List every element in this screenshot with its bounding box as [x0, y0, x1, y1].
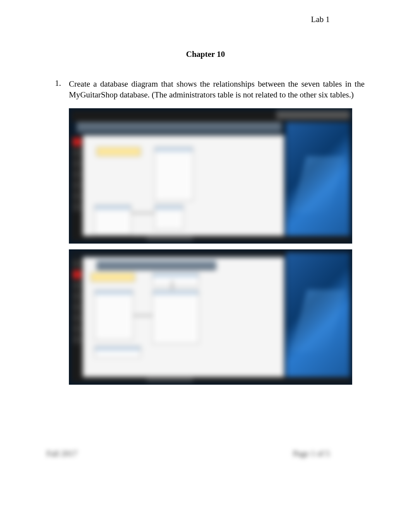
relationship-line [131, 213, 154, 213]
header-label: Lab 1 [311, 15, 330, 24]
diagram-canvas [83, 135, 284, 236]
sidebar-icon [73, 281, 81, 290]
screenshot-1 [69, 108, 352, 244]
sidebar-icon [73, 148, 81, 157]
table-box [154, 147, 193, 201]
sidebar-icon [73, 259, 81, 268]
chapter-title: Chapter 10 [46, 49, 365, 59]
footer-left: Fall 2017 [46, 449, 77, 459]
footer-right: Page 1 of 5 [293, 449, 330, 459]
desktop-background [286, 122, 350, 236]
sidebar-icon [73, 181, 81, 189]
sidebar-icon [73, 159, 81, 168]
table-box-highlighted [96, 147, 141, 156]
table-box [94, 205, 131, 236]
sidebar-icon [73, 270, 81, 279]
taskbar-items [146, 378, 193, 382]
windows-taskbar [71, 236, 350, 241]
sidebar-icon [73, 314, 81, 322]
screenshot-2 [69, 249, 352, 385]
table-box [94, 346, 141, 358]
sidebar-icon [73, 192, 81, 200]
diagram-canvas [83, 257, 284, 377]
desktop-background [286, 252, 350, 377]
question-text: Create a database diagram that shows the… [69, 78, 365, 101]
sidebar-icon [73, 170, 81, 179]
left-sidebar [71, 135, 83, 236]
question-block: 1. Create a database diagram that shows … [55, 78, 365, 101]
table-box [154, 205, 183, 230]
sidebar-icon [73, 203, 81, 211]
sidebar-icon [73, 335, 81, 344]
table-box-highlighted [91, 273, 135, 282]
table-box [152, 290, 199, 344]
relationship-line [172, 280, 173, 290]
relationship-line [133, 315, 152, 316]
sidebar-icon [73, 138, 81, 146]
sidebar-icon [73, 292, 81, 300]
table-box [94, 290, 133, 340]
taskbar-items [146, 237, 193, 240]
screenshots-container [69, 108, 365, 385]
sidebar-icon [73, 303, 81, 311]
table-box [152, 273, 199, 286]
window-controls [276, 111, 350, 119]
sidebar-icon [73, 324, 81, 333]
menu-toolbar [77, 122, 282, 133]
question-number: 1. [55, 78, 69, 101]
windows-taskbar [71, 377, 350, 382]
toolbar [96, 260, 216, 270]
page-footer: Fall 2017 Page 1 of 5 [46, 449, 330, 459]
left-sidebar [71, 257, 83, 377]
